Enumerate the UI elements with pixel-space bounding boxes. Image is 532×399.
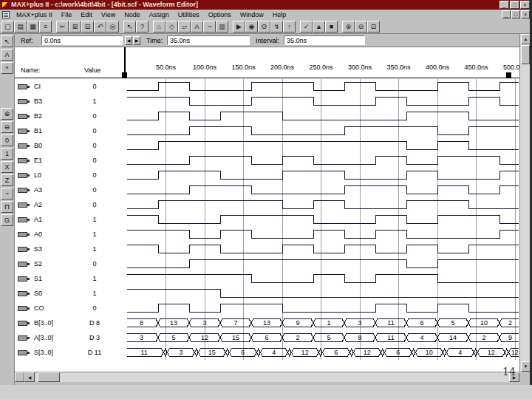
zoom-in-button[interactable]: ⊕ bbox=[342, 21, 355, 33]
hierarchy-display-button[interactable]: ⌂ bbox=[153, 21, 166, 33]
programmer-button[interactable]: ↯ bbox=[270, 21, 283, 33]
signal-row[interactable]: E10 bbox=[15, 153, 124, 168]
waveform-area[interactable]: 8133713913116510235121562581141429113156… bbox=[127, 79, 519, 361]
zoom-out-button[interactable]: ⊖ bbox=[355, 21, 367, 33]
scrollbar-split-box[interactable] bbox=[15, 372, 24, 382]
signal-name[interactable]: S0 bbox=[34, 290, 42, 297]
zoom-out-tool-button[interactable]: ⊖ bbox=[1, 121, 13, 133]
waveform-editor-button[interactable]: ~ bbox=[203, 21, 216, 33]
signal-name[interactable]: A[3..0] bbox=[34, 334, 53, 341]
drag-tool-button[interactable]: + bbox=[1, 62, 13, 74]
signal-name[interactable]: A1 bbox=[34, 216, 42, 223]
text-editor-button[interactable]: A bbox=[191, 21, 203, 33]
horizontal-scroll-thumb[interactable] bbox=[38, 372, 60, 382]
signal-row[interactable]: A01 bbox=[15, 227, 124, 242]
menu-max-plus-ii[interactable]: MAX+plus II bbox=[12, 10, 57, 20]
minimize-button[interactable]: _ bbox=[499, 1, 509, 9]
signal-name[interactable]: A3 bbox=[34, 186, 42, 194]
time-input[interactable] bbox=[167, 35, 250, 45]
zoom-in-tool-button[interactable]: ⊕ bbox=[1, 108, 13, 120]
signal-name[interactable]: S2 bbox=[34, 260, 42, 267]
force-0-tool-button[interactable]: 0 bbox=[1, 134, 13, 146]
waveform-canvas[interactable]: 8133713913116510235121562581141429113156… bbox=[127, 79, 519, 361]
cut-button[interactable]: ✂ bbox=[56, 21, 69, 33]
signal-name[interactable]: B[3..0] bbox=[34, 319, 53, 327]
signal-row[interactable]: S01 bbox=[15, 286, 124, 301]
signal-row[interactable]: B20 bbox=[15, 109, 124, 123]
clock-tool-button[interactable]: Π bbox=[1, 201, 13, 213]
menu-view[interactable]: View bbox=[97, 10, 120, 20]
signal-row[interactable]: B31 bbox=[15, 94, 124, 109]
signal-row[interactable]: S20 bbox=[15, 256, 124, 271]
signal-row[interactable]: S11 bbox=[15, 271, 124, 286]
force-z-tool-button[interactable]: Z bbox=[1, 174, 13, 186]
signal-name[interactable]: B3 bbox=[34, 98, 42, 105]
signal-row[interactable]: L00 bbox=[15, 168, 124, 183]
project-top-button[interactable]: ↑ bbox=[283, 21, 296, 33]
menu-edit[interactable]: Edit bbox=[76, 10, 97, 20]
child-minimize-button[interactable]: _ bbox=[502, 10, 511, 18]
open-file-button[interactable]: ▤ bbox=[14, 21, 27, 33]
timing-analyzer-button[interactable]: Θ bbox=[258, 21, 270, 33]
signal-row[interactable]: CO0 bbox=[15, 301, 124, 316]
ref-left-spin-button[interactable]: ◀ bbox=[125, 36, 132, 45]
maximize-button[interactable]: □ bbox=[510, 1, 519, 9]
child-close-button[interactable]: × bbox=[521, 10, 530, 18]
symbol-editor-button[interactable]: ▱ bbox=[178, 21, 191, 33]
signal-row[interactable]: CI0 bbox=[15, 79, 124, 94]
signal-row[interactable]: B[3..0]D 8 bbox=[15, 316, 124, 330]
signal-name[interactable]: L0 bbox=[34, 171, 41, 179]
menu-file[interactable]: File bbox=[57, 10, 77, 20]
end-time-marker[interactable] bbox=[506, 72, 511, 78]
menu-window[interactable]: Window bbox=[236, 10, 268, 20]
force-x-tool-button[interactable]: X bbox=[1, 161, 13, 173]
menu-options[interactable]: Options bbox=[204, 10, 236, 20]
menu-node[interactable]: Node bbox=[120, 10, 145, 20]
ref-input[interactable] bbox=[41, 35, 123, 45]
vertical-scroll-thumb[interactable] bbox=[521, 45, 530, 64]
signal-name[interactable]: B0 bbox=[34, 142, 42, 149]
title-bar[interactable]: MAX+plus II - c:\work\4bit\4bit - [4bit.… bbox=[0, 0, 532, 10]
print-button[interactable]: ≡ bbox=[39, 21, 52, 33]
signal-name[interactable]: B2 bbox=[34, 112, 42, 120]
compiler-button[interactable]: ▶ bbox=[233, 21, 245, 33]
signal-row[interactable]: S31 bbox=[15, 242, 124, 256]
force-1-tool-button[interactable]: 1 bbox=[1, 148, 13, 160]
help-button[interactable]: ? bbox=[136, 21, 149, 33]
signal-row[interactable]: B10 bbox=[15, 123, 124, 138]
signal-name[interactable]: S1 bbox=[34, 275, 42, 282]
menu-utilities[interactable]: Utilities bbox=[174, 10, 204, 20]
menu-assign[interactable]: Assign bbox=[145, 10, 174, 20]
simulator-button[interactable]: ◉ bbox=[245, 21, 258, 33]
signal-name[interactable]: CI bbox=[34, 83, 41, 90]
group-tool-button[interactable]: G bbox=[1, 214, 13, 226]
signal-row[interactable]: S[3..0]D 11 bbox=[15, 345, 124, 360]
signal-row[interactable]: B00 bbox=[15, 138, 124, 153]
pointer-button[interactable]: ↖ bbox=[123, 21, 136, 33]
interval-input[interactable] bbox=[284, 35, 365, 45]
child-document-icon[interactable] bbox=[2, 11, 10, 18]
signal-row[interactable]: A[3..0]D 3 bbox=[15, 330, 124, 345]
project-open-button[interactable]: ▲ bbox=[313, 21, 325, 33]
ref-right-spin-button[interactable]: ▶ bbox=[133, 36, 140, 45]
close-button[interactable]: × bbox=[520, 1, 530, 9]
signal-row[interactable]: A30 bbox=[15, 183, 124, 197]
selection-tool-button[interactable]: ↖ bbox=[1, 35, 13, 47]
project-save-check-button[interactable]: ✓ bbox=[300, 21, 313, 33]
scroll-left-button[interactable]: ◀ bbox=[24, 372, 35, 382]
signal-name[interactable]: A2 bbox=[34, 201, 42, 208]
zoom-fit-button[interactable]: ⊡ bbox=[367, 21, 380, 33]
signal-name[interactable]: E1 bbox=[34, 157, 42, 164]
signal-name[interactable]: S[3..0] bbox=[34, 349, 53, 356]
horizontal-scrollbar[interactable]: ◀ ▶ bbox=[15, 372, 519, 382]
search-button[interactable]: ◎ bbox=[106, 21, 119, 33]
text-tool-button[interactable]: A bbox=[1, 49, 13, 61]
assign-device-button[interactable]: ■ bbox=[325, 21, 338, 33]
invert-tool-button[interactable]: ~ bbox=[1, 188, 13, 200]
menu-help[interactable]: Help bbox=[268, 10, 291, 20]
signal-name[interactable]: CO bbox=[34, 304, 44, 312]
save-file-button[interactable]: ▦ bbox=[27, 21, 39, 33]
vertical-scrollbar[interactable]: ▲ ▼ bbox=[519, 34, 530, 372]
floorplan-editor-button[interactable]: ▥ bbox=[216, 21, 228, 33]
new-file-button[interactable]: ▢ bbox=[1, 21, 14, 33]
